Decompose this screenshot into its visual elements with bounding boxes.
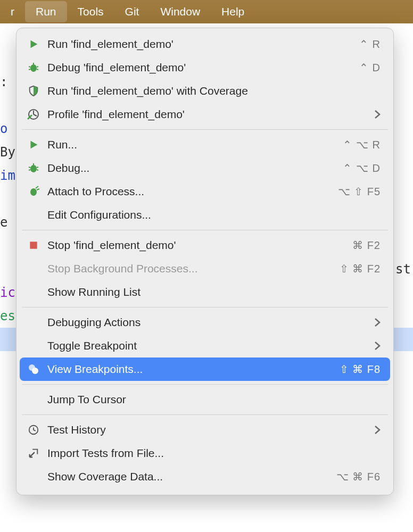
stop-icon (26, 238, 41, 253)
debug-icon (26, 60, 41, 75)
menubar-item-tools[interactable]: Tools (67, 1, 114, 22)
menu-item-run[interactable]: Run...⌃ ⌥ R (20, 133, 390, 156)
menu-shortcut: ⇧ ⌘ F8 (340, 363, 381, 376)
chevron-right-icon (374, 425, 381, 435)
chevron-right-icon (374, 110, 381, 119)
menu-shortcut: ⌃ ⌥ D (343, 162, 381, 174)
menu-item-run-find-element-demo[interactable]: Run 'find_element_demo'⌃ R (20, 32, 390, 56)
menu-item-label: Edit Configurations... (47, 209, 381, 221)
menu-item-attach-to-process[interactable]: Attach to Process...⌥ ⇧ F5 (20, 180, 390, 203)
menubar-item-help[interactable]: Help (211, 1, 255, 22)
menu-item-jump-to-cursor[interactable]: Jump To Cursor (20, 388, 390, 411)
menu-item-label: Run... (47, 138, 343, 151)
svg-line-11 (29, 170, 30, 170)
chevron-right-icon (374, 341, 381, 351)
svg-rect-14 (30, 242, 37, 248)
menu-separator (22, 414, 388, 415)
svg-line-10 (37, 167, 38, 168)
menu-shortcut: ⌥ ⌘ F6 (336, 470, 381, 483)
breakpoints-icon (26, 362, 41, 377)
menu-shortcut: ⌘ F2 (352, 239, 381, 252)
menu-item-debug-find-element-demo[interactable]: Debug 'find_element_demo'⌃ D (20, 56, 390, 79)
menu-item-label: View Breakpoints... (47, 363, 340, 376)
code-fragment: st (395, 257, 411, 281)
menu-item-run-find-element-demo-with-coverage[interactable]: Run 'find_element_demo' with Coverage (20, 79, 390, 103)
profile-icon (26, 107, 41, 122)
chevron-right-icon (374, 318, 381, 327)
menu-item-label: Import Tests from File... (47, 447, 381, 460)
menu-item-test-history[interactable]: Test History (20, 418, 390, 442)
menu-item-label: Debug... (47, 162, 343, 174)
menu-item-label: Toggle Breakpoint (47, 339, 374, 352)
run-icon (26, 37, 41, 52)
menubar-item-r[interactable]: r (0, 1, 25, 22)
attach-icon (26, 184, 41, 199)
svg-point-7 (30, 165, 37, 172)
menu-shortcut: ⌥ ⇧ F5 (338, 185, 381, 198)
menu-item-label: Debugging Actions (47, 316, 374, 329)
debug-icon (26, 161, 41, 176)
menu-item-import-tests-from-file[interactable]: Import Tests from File... (20, 442, 390, 465)
svg-line-5 (37, 69, 38, 70)
menubar-item-window[interactable]: Window (150, 1, 211, 22)
import-icon (26, 446, 41, 461)
menu-item-label: Jump To Cursor (47, 393, 381, 406)
menubar-item-git[interactable]: Git (114, 1, 150, 22)
menu-shortcut: ⇧ ⌘ F2 (340, 262, 381, 275)
coverage-icon (26, 84, 41, 98)
menu-item-label: Attach to Process... (47, 185, 338, 198)
svg-point-13 (30, 188, 37, 196)
menu-shortcut: ⌃ ⌥ R (343, 138, 381, 151)
menu-separator (22, 307, 388, 307)
menu-item-label: Show Coverage Data... (47, 470, 336, 483)
run-menu-dropdown: Run 'find_element_demo'⌃ RDebug 'find_el… (16, 28, 394, 495)
menu-item-debug[interactable]: Debug...⌃ ⌥ D (20, 156, 390, 180)
svg-point-16 (32, 368, 38, 374)
menu-item-profile-find-element-demo[interactable]: Profile 'find_element_demo' (20, 103, 390, 126)
svg-line-3 (37, 66, 38, 67)
menubar-item-run[interactable]: Run (25, 1, 67, 22)
svg-line-12 (37, 170, 38, 170)
menu-item-show-running-list[interactable]: Show Running List (20, 280, 390, 304)
menu-separator (22, 384, 388, 385)
menu-shortcut: ⌃ D (359, 61, 381, 74)
menu-item-view-breakpoints[interactable]: View Breakpoints...⇧ ⌘ F8 (20, 358, 390, 381)
menu-item-edit-configurations[interactable]: Edit Configurations... (20, 203, 390, 227)
menu-item-stop-background-processes: Stop Background Processes...⇧ ⌘ F2 (20, 257, 390, 280)
run-icon (26, 137, 41, 152)
menu-item-label: Stop 'find_element_demo' (47, 239, 352, 252)
menu-item-label: Run 'find_element_demo' with Coverage (47, 85, 381, 97)
code-line (0, 515, 413, 532)
svg-line-9 (29, 167, 30, 168)
menu-item-toggle-breakpoint[interactable]: Toggle Breakpoint (20, 334, 390, 358)
svg-point-0 (30, 64, 37, 72)
menu-item-label: Run 'find_element_demo' (47, 38, 359, 51)
menu-separator (22, 230, 388, 230)
menu-item-label: Profile 'find_element_demo' (47, 108, 374, 121)
menubar: rRunToolsGitWindowHelp (0, 0, 413, 23)
menu-separator (22, 129, 388, 130)
svg-line-2 (29, 66, 30, 67)
menu-item-label: Debug 'find_element_demo' (47, 61, 359, 74)
menu-item-debugging-actions[interactable]: Debugging Actions (20, 311, 390, 334)
menu-item-label: Stop Background Processes... (47, 262, 340, 275)
menu-item-label: Test History (47, 423, 374, 436)
svg-line-4 (29, 69, 30, 70)
menu-item-label: Show Running List (47, 286, 381, 298)
history-icon (26, 422, 41, 437)
menu-shortcut: ⌃ R (359, 38, 381, 51)
menu-item-show-coverage-data[interactable]: Show Coverage Data...⌥ ⌘ F6 (20, 465, 390, 488)
menu-item-stop-find-element-demo[interactable]: Stop 'find_element_demo'⌘ F2 (20, 234, 390, 257)
